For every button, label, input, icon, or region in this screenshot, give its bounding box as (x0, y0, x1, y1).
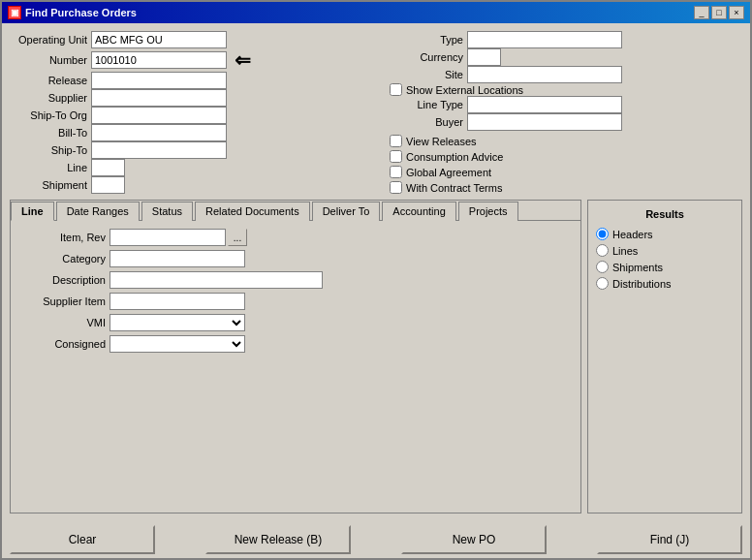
vmi-label: VMI (18, 317, 106, 328)
supplier-item-row: Supplier Item (18, 293, 573, 310)
close-button[interactable]: × (729, 6, 744, 19)
ship-to-label: Ship-To (10, 144, 87, 156)
headers-radio-row: Headers (596, 228, 734, 240)
item-rev-input-group: ... (110, 229, 247, 246)
tab-line[interactable]: Line (11, 202, 54, 221)
category-input[interactable] (110, 250, 245, 267)
item-rev-input[interactable] (110, 229, 226, 246)
consigned-label: Consigned (18, 338, 106, 350)
currency-label: Currency (386, 51, 463, 63)
site-row: Site (386, 66, 742, 83)
item-rev-label: Item, Rev (18, 232, 106, 243)
line-input[interactable] (91, 159, 125, 176)
consigned-row: Consigned (18, 335, 573, 353)
lines-label: Lines (612, 245, 638, 257)
with-contract-terms-label: With Contract Terms (406, 182, 502, 194)
new-release-button[interactable]: New Release (B) (205, 525, 351, 554)
supplier-input[interactable] (91, 89, 227, 107)
new-po-button[interactable]: New PO (401, 525, 547, 554)
shipment-row: Shipment (10, 176, 366, 194)
bill-to-input[interactable] (91, 124, 227, 141)
type-label: Type (386, 34, 463, 46)
supplier-item-label: Supplier Item (18, 296, 106, 307)
tabs-header: Line Date Ranges Status Related Document… (11, 201, 580, 221)
shipments-radio[interactable] (596, 261, 609, 273)
currency-row: Currency (386, 48, 742, 66)
ship-to-input[interactable] (91, 141, 227, 159)
tab-related-documents[interactable]: Related Documents (195, 202, 310, 221)
tabs-panel: Line Date Ranges Status Related Document… (10, 200, 581, 513)
results-panel: Results Headers Lines Shipments Distribu… (587, 200, 742, 513)
number-label: Number (10, 54, 87, 66)
tab-projects[interactable]: Projects (458, 202, 518, 221)
main-window: ▣ Find Purchase Orders _ □ × Operating U… (0, 0, 752, 560)
tab-status[interactable]: Status (141, 202, 193, 221)
headers-label: Headers (612, 229, 653, 240)
shipment-input[interactable] (91, 176, 125, 194)
with-contract-terms-row: With Contract Terms (390, 181, 742, 194)
vmi-select[interactable] (110, 314, 245, 331)
clear-button[interactable]: Clear (10, 525, 155, 554)
line-type-input[interactable] (467, 96, 622, 113)
distributions-radio-row: Distributions (596, 277, 734, 290)
global-agreement-checkbox[interactable] (390, 166, 402, 178)
category-row: Category (18, 250, 573, 267)
with-contract-terms-checkbox[interactable] (390, 181, 402, 194)
description-row: Description (18, 271, 573, 289)
maximize-button[interactable]: □ (711, 6, 727, 19)
site-input[interactable] (467, 66, 622, 83)
line-type-row: Line Type (386, 96, 742, 113)
lines-radio[interactable] (596, 244, 609, 257)
supplier-row: Supplier (10, 89, 366, 107)
consumption-advice-row: Consumption Advice (390, 150, 742, 163)
distributions-radio[interactable] (596, 277, 609, 290)
minimize-button[interactable]: _ (694, 6, 709, 19)
operating-unit-input[interactable] (91, 31, 227, 48)
shipments-radio-row: Shipments (596, 261, 734, 273)
tab-date-ranges[interactable]: Date Ranges (56, 202, 140, 221)
release-label: Release (10, 75, 87, 86)
top-form: Operating Unit Number ⇐ Release Supplier (10, 31, 742, 194)
tabs-area: Line Date Ranges Status Related Document… (10, 200, 742, 513)
site-label: Site (386, 69, 463, 80)
shipment-label: Shipment (10, 179, 87, 191)
release-input[interactable] (91, 72, 227, 89)
type-row: Type (386, 31, 742, 48)
global-agreement-row: Global Agreement (390, 166, 742, 178)
bill-to-row: Bill-To (10, 124, 366, 141)
headers-radio[interactable] (596, 228, 609, 240)
consumption-advice-label: Consumption Advice (406, 151, 503, 163)
item-rev-search-button[interactable]: ... (228, 229, 247, 246)
tab-deliver-to[interactable]: Deliver To (312, 202, 381, 221)
line-tab-content: Item, Rev ... Category Description (11, 221, 580, 364)
supplier-item-input[interactable] (110, 293, 245, 310)
type-input[interactable] (467, 31, 622, 48)
distributions-label: Distributions (612, 278, 672, 290)
left-form-column: Operating Unit Number ⇐ Release Supplier (10, 31, 366, 194)
buyer-row: Buyer (386, 113, 742, 131)
vmi-row: VMI (18, 314, 573, 331)
ship-to-row: Ship-To (10, 141, 366, 159)
ship-to-org-input[interactable] (91, 107, 227, 124)
line-label: Line (10, 162, 87, 173)
tab-accounting[interactable]: Accounting (382, 202, 455, 221)
main-content: Operating Unit Number ⇐ Release Supplier (2, 23, 750, 521)
view-releases-label: View Releases (406, 136, 477, 147)
operating-unit-label: Operating Unit (10, 34, 87, 46)
arrow-icon: ⇐ (235, 48, 251, 72)
number-input[interactable] (91, 51, 227, 69)
find-button[interactable]: Find (J) (597, 525, 742, 554)
show-external-checkbox[interactable] (390, 83, 402, 96)
description-input[interactable] (110, 271, 323, 289)
supplier-label: Supplier (10, 92, 87, 104)
title-controls: _ □ × (694, 6, 744, 19)
buyer-input[interactable] (467, 113, 622, 131)
consigned-select[interactable] (110, 335, 245, 353)
number-row: Number ⇐ (10, 48, 366, 72)
consumption-advice-checkbox[interactable] (390, 150, 402, 163)
shipments-label: Shipments (612, 262, 663, 273)
show-external-row: Show External Locations (390, 83, 742, 96)
description-label: Description (18, 274, 106, 286)
view-releases-checkbox[interactable] (390, 135, 402, 147)
currency-input[interactable] (467, 48, 501, 66)
